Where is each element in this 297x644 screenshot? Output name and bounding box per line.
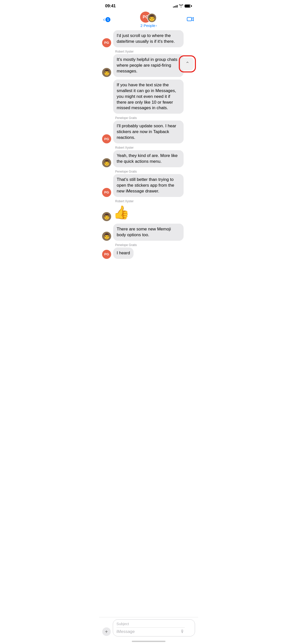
nav-header: ‹ 1 PG 👨 2 People › (99, 11, 198, 30)
message-bubble: I'd just scroll up to where the date/tim… (113, 30, 184, 47)
sender-name: Penelope Gratis (115, 116, 137, 120)
video-icon (187, 16, 194, 22)
sender-name: Penelope Gratis (115, 243, 137, 247)
bubble-row: PG I heard (102, 248, 134, 259)
message-group-9: Penelope Gratis PG I heard (102, 243, 195, 259)
message-row: Robert Xyster 👨 👍 (102, 199, 195, 221)
group-name[interactable]: 2 People › (140, 23, 157, 28)
sender-name: Robert Xyster (115, 146, 134, 149)
wifi-icon (179, 4, 183, 8)
header-center: PG 👨 2 People › (140, 12, 157, 28)
message-row: Robert Xyster 👨 Yeah, they kind of are. … (102, 146, 195, 167)
scroll-up-button[interactable]: ⌃ (181, 57, 194, 70)
scroll-up-container: ⌃ (179, 55, 196, 72)
message-group-1: PG I'd just scroll up to where the date/… (102, 30, 195, 47)
battery-icon (185, 5, 192, 8)
avatar-rx-small-2: 👨 (102, 232, 111, 241)
bubble-row: PG I'll probably update soon. I hear sti… (102, 120, 184, 143)
message-group-8: 👨 There are some new Memoji body options… (102, 224, 195, 241)
avatar-pg-small: PG (102, 38, 111, 47)
group-chevron-icon: › (156, 24, 157, 27)
back-badge: 1 (105, 17, 110, 22)
message-row: PG I'd just scroll up to where the date/… (102, 30, 195, 47)
avatar-rx: 👨 (147, 13, 157, 23)
back-chevron-icon: ‹ (103, 16, 105, 23)
bubble-row: 👨 👍 (102, 204, 130, 221)
message-bubble: If you have the text size the smallest i… (113, 79, 184, 114)
status-time: 09:41 (105, 4, 116, 9)
back-button[interactable]: ‹ 1 (103, 16, 110, 23)
avatars-group: PG 👨 (140, 12, 151, 23)
avatar-rx-small: 👨 (102, 212, 111, 221)
chevron-up-icon: ⌃ (185, 61, 190, 67)
status-bar: 09:41 (99, 0, 198, 11)
message-group-7: Robert Xyster 👨 👍 (102, 199, 195, 221)
avatar-pg-small: PG (102, 188, 111, 197)
message-group-6: Penelope Gratis PG That's still better t… (102, 170, 195, 197)
message-bubble: Yeah, they kind of are. More like the qu… (113, 150, 184, 167)
message-bubble: There are some new Memoji body options t… (113, 224, 184, 241)
avatar-pg-small: PG (102, 134, 111, 143)
bubble-row: If you have the text size the smallest i… (102, 79, 184, 114)
message-bubble: I'll probably update soon. I hear sticke… (113, 120, 184, 143)
bubble-row: 👨 Yeah, they kind of are. More like the … (102, 150, 184, 167)
message-row: Penelope Gratis PG That's still better t… (102, 170, 195, 197)
bubble-row: 👨 There are some new Memoji body options… (102, 224, 184, 241)
bubble-row: PG That's still better than trying to op… (102, 174, 184, 197)
message-bubble-emoji: 👍 (113, 204, 130, 221)
message-row: Penelope Gratis PG I'll probably update … (102, 116, 195, 143)
avatar-rx-emoji: 👨 (148, 14, 156, 21)
avatar-rx-small: 👨 (102, 68, 111, 77)
message-group-3: If you have the text size the smallest i… (102, 79, 195, 114)
message-row: 👨 There are some new Memoji body options… (102, 224, 195, 241)
bubble-row: 👨 It's mostly helpful in group chats whe… (102, 54, 184, 77)
sender-name: Robert Xyster (115, 199, 134, 203)
avatar-rx-small: 👨 (102, 158, 111, 167)
message-bubble: That's still better than trying to open … (113, 174, 184, 197)
message-row: Penelope Gratis PG I heard (102, 243, 195, 259)
status-icons (173, 4, 192, 8)
message-group-5: Robert Xyster 👨 Yeah, they kind of are. … (102, 146, 195, 167)
video-call-button[interactable] (187, 16, 194, 23)
svg-rect-0 (187, 17, 192, 21)
message-row: If you have the text size the smallest i… (102, 79, 195, 114)
signal-icon (173, 5, 178, 8)
bubble-row: PG I'd just scroll up to where the date/… (102, 30, 184, 47)
message-group-4: Penelope Gratis PG I'll probably update … (102, 116, 195, 143)
message-bubble: I heard (113, 248, 134, 259)
sender-name: Penelope Gratis (115, 170, 137, 173)
avatar-pg-small: PG (102, 250, 111, 259)
red-ring-highlight: ⌃ (179, 55, 196, 72)
message-bubble: It's mostly helpful in group chats where… (113, 54, 184, 77)
sender-name: Robert Xyster (115, 50, 134, 53)
